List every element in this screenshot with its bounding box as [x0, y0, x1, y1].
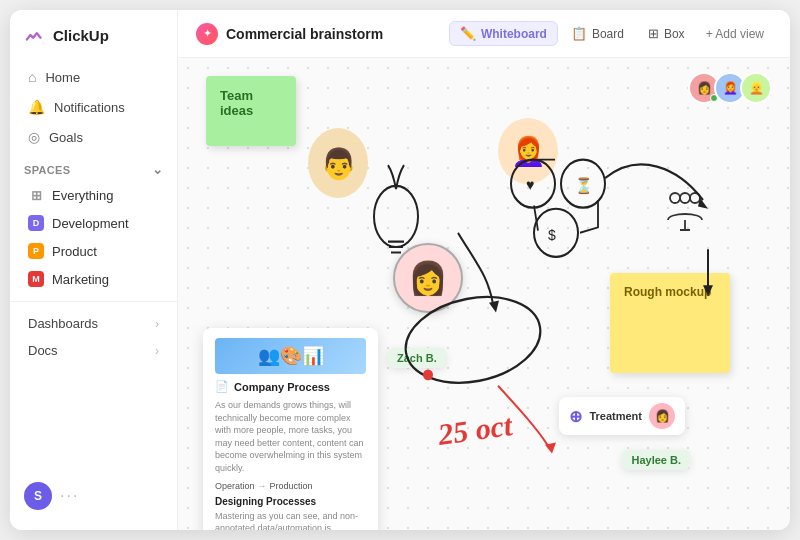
zach-label: Zach B.: [397, 352, 437, 364]
process-sub-title: Designing Processes: [215, 496, 366, 507]
notifications-label: Notifications: [54, 100, 125, 115]
svg-point-11: [561, 160, 605, 208]
sidebar-item-product[interactable]: P Product: [14, 237, 173, 265]
user-avatar[interactable]: S: [24, 482, 52, 510]
collaborator-avatars: 👩 👩‍🦰 👱: [688, 72, 772, 104]
goals-label: Goals: [49, 130, 83, 145]
goals-icon: ◎: [28, 129, 40, 145]
marketing-label: Marketing: [52, 272, 109, 287]
svg-text:⏳: ⏳: [575, 177, 593, 196]
box-tab-icon: ⊞: [648, 26, 659, 41]
sidebar-item-everything[interactable]: ⊞ Everything: [14, 181, 173, 209]
bell-icon: 🔔: [28, 99, 45, 115]
svg-point-5: [374, 186, 418, 247]
sidebar-bottom: Dashboards › Docs ›: [10, 301, 177, 364]
view-tabs: ✏️ Whiteboard 📋 Board ⊞ Box + Add view: [449, 21, 772, 46]
sticky-yellow-text: Rough mockup: [624, 285, 711, 299]
tab-box[interactable]: ⊞ Box: [637, 21, 696, 46]
process-card[interactable]: 👥🎨📊 📄 Company Process As our demands gro…: [203, 328, 378, 530]
process-sub-text: Mastering as you can see, and non-annota…: [215, 510, 366, 530]
home-icon: ⌂: [28, 69, 36, 85]
tab-whiteboard[interactable]: ✏️ Whiteboard: [449, 21, 558, 46]
whiteboard-tab-icon: ✏️: [460, 26, 476, 41]
more-options[interactable]: ···: [60, 487, 79, 505]
date-annotation: 25 oct: [436, 408, 514, 452]
chevron-right-icon-docs: ›: [155, 344, 159, 358]
tab-board[interactable]: 📋 Board: [560, 21, 635, 46]
sidebar-footer: S ···: [10, 472, 177, 520]
treatment-label: Treatment: [589, 410, 642, 422]
sticky-note-rough-mockup[interactable]: Rough mockup: [610, 273, 730, 373]
sidebar-item-home[interactable]: ⌂ Home: [14, 62, 173, 92]
arrow-icon: →: [258, 481, 267, 491]
treatment-avatar: 👩: [649, 403, 675, 429]
sidebar-item-marketing[interactable]: M Marketing: [14, 265, 173, 293]
haylee-badge: Haylee B.: [622, 450, 690, 470]
page-title: Commercial brainstorm: [226, 26, 383, 42]
main-area: ✦ Commercial brainstorm ✏️ Whiteboard 📋 …: [178, 10, 790, 530]
svg-point-2: [690, 193, 700, 203]
svg-text:$: $: [548, 227, 556, 244]
svg-point-13: [534, 209, 578, 257]
board-tab-icon: 📋: [571, 26, 587, 41]
person-portrait-top: 👨: [308, 128, 368, 198]
sidebar-item-development[interactable]: D Development: [14, 209, 173, 237]
sidebar-item-goals[interactable]: ◎ Goals: [14, 122, 173, 152]
marketing-space-dot: M: [28, 271, 44, 287]
svg-marker-20: [545, 443, 556, 454]
everything-label: Everything: [52, 188, 113, 203]
avatar-3: 👱: [740, 72, 772, 104]
process-card-description: As our demands grows things, will techni…: [215, 399, 366, 475]
zach-badge: Zach B.: [388, 348, 446, 368]
board-tab-label: Board: [592, 27, 624, 41]
process-card-image: 👥🎨📊: [215, 338, 366, 374]
people-group-icon: [660, 186, 710, 234]
app-logo: ClickUp: [10, 24, 177, 62]
logo-text: ClickUp: [53, 27, 109, 44]
top-bar: ✦ Commercial brainstorm ✏️ Whiteboard 📋 …: [178, 10, 790, 58]
development-label: Development: [52, 216, 129, 231]
sticky-note-team-ideas[interactable]: Team ideas: [206, 76, 296, 146]
svg-point-1: [680, 193, 690, 203]
sidebar: ClickUp ⌂ Home 🔔 Notifications ◎ Goals S…: [10, 10, 178, 530]
sidebar-item-docs[interactable]: Docs ›: [14, 337, 173, 364]
chevron-right-icon: ›: [155, 317, 159, 331]
development-space-dot: D: [28, 215, 44, 231]
chevron-down-icon: ⌄: [152, 162, 163, 177]
whiteboard-canvas[interactable]: 👩 👩‍🦰 👱 Team ideas Rough mockup: [178, 58, 790, 530]
product-label: Product: [52, 244, 97, 259]
product-space-dot: P: [28, 243, 44, 259]
person-portrait-center: 👩: [393, 243, 463, 313]
add-view-button[interactable]: + Add view: [698, 23, 772, 45]
title-area: ✦ Commercial brainstorm: [196, 23, 439, 45]
whiteboard-tab-label: Whiteboard: [481, 27, 547, 41]
box-tab-label: Box: [664, 27, 685, 41]
sidebar-item-dashboards[interactable]: Dashboards ›: [14, 310, 173, 337]
clickup-logo-icon: [24, 24, 46, 46]
home-label: Home: [45, 70, 80, 85]
app-container: ClickUp ⌂ Home 🔔 Notifications ◎ Goals S…: [10, 10, 790, 530]
treatment-badge: ⊕ Treatment 👩: [559, 397, 685, 435]
svg-point-0: [670, 193, 680, 203]
haylee-label: Haylee B.: [631, 454, 681, 466]
docs-label: Docs: [28, 343, 58, 358]
sticky-green-text: Team ideas: [220, 88, 253, 118]
process-flow: Operation → Production: [215, 481, 366, 491]
spaces-section-title: Spaces ⌄: [10, 152, 177, 181]
treatment-dot: ⊕: [569, 407, 582, 426]
svg-point-21: [423, 369, 433, 380]
add-view-label: + Add view: [706, 27, 764, 41]
person-portrait-right: 👩‍🦰: [498, 118, 558, 184]
sidebar-item-notifications[interactable]: 🔔 Notifications: [14, 92, 173, 122]
everything-icon: ⊞: [28, 187, 44, 203]
process-card-title: 📄 Company Process: [215, 380, 366, 393]
dashboards-label: Dashboards: [28, 316, 98, 331]
svg-marker-18: [489, 301, 499, 313]
brainstorm-title-icon: ✦: [196, 23, 218, 45]
